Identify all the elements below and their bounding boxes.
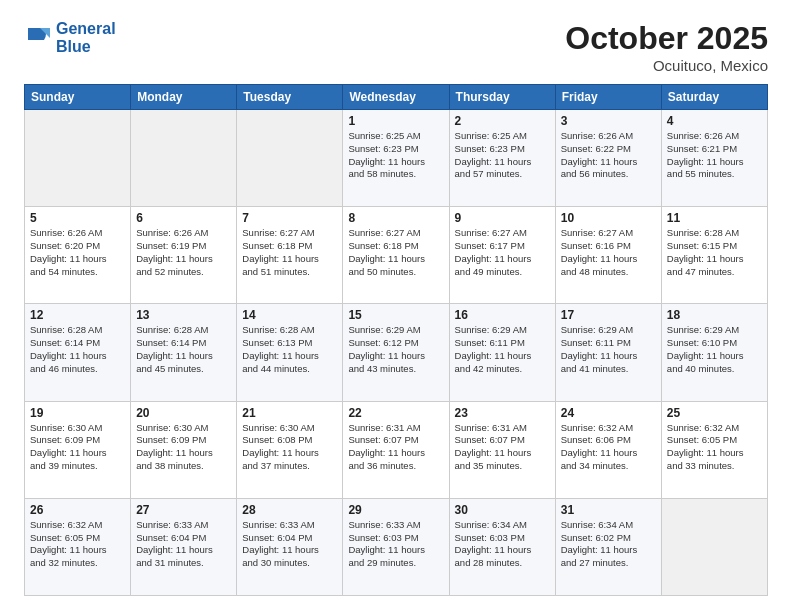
day-info: Sunrise: 6:28 AMSunset: 6:13 PMDaylight:… (242, 324, 337, 375)
day-info: Sunrise: 6:27 AMSunset: 6:18 PMDaylight:… (348, 227, 443, 278)
col-friday: Friday (555, 85, 661, 110)
col-thursday: Thursday (449, 85, 555, 110)
calendar-cell: 21Sunrise: 6:30 AMSunset: 6:08 PMDayligh… (237, 401, 343, 498)
calendar-week-1: 1Sunrise: 6:25 AMSunset: 6:23 PMDaylight… (25, 110, 768, 207)
day-number: 27 (136, 503, 231, 517)
calendar-cell: 10Sunrise: 6:27 AMSunset: 6:16 PMDayligh… (555, 207, 661, 304)
logo: General Blue (24, 20, 116, 57)
day-info: Sunrise: 6:32 AMSunset: 6:06 PMDaylight:… (561, 422, 656, 473)
day-info: Sunrise: 6:32 AMSunset: 6:05 PMDaylight:… (30, 519, 125, 570)
calendar-cell: 15Sunrise: 6:29 AMSunset: 6:12 PMDayligh… (343, 304, 449, 401)
calendar-cell: 4Sunrise: 6:26 AMSunset: 6:21 PMDaylight… (661, 110, 767, 207)
calendar-cell: 5Sunrise: 6:26 AMSunset: 6:20 PMDaylight… (25, 207, 131, 304)
day-number: 26 (30, 503, 125, 517)
calendar-week-5: 26Sunrise: 6:32 AMSunset: 6:05 PMDayligh… (25, 498, 768, 595)
day-info: Sunrise: 6:32 AMSunset: 6:05 PMDaylight:… (667, 422, 762, 473)
day-number: 17 (561, 308, 656, 322)
day-number: 28 (242, 503, 337, 517)
day-info: Sunrise: 6:27 AMSunset: 6:17 PMDaylight:… (455, 227, 550, 278)
calendar-cell: 8Sunrise: 6:27 AMSunset: 6:18 PMDaylight… (343, 207, 449, 304)
col-wednesday: Wednesday (343, 85, 449, 110)
day-info: Sunrise: 6:29 AMSunset: 6:11 PMDaylight:… (455, 324, 550, 375)
calendar-cell (237, 110, 343, 207)
day-info: Sunrise: 6:29 AMSunset: 6:12 PMDaylight:… (348, 324, 443, 375)
day-info: Sunrise: 6:30 AMSunset: 6:09 PMDaylight:… (30, 422, 125, 473)
calendar-cell: 30Sunrise: 6:34 AMSunset: 6:03 PMDayligh… (449, 498, 555, 595)
col-sunday: Sunday (25, 85, 131, 110)
calendar-cell (661, 498, 767, 595)
day-number: 9 (455, 211, 550, 225)
day-number: 11 (667, 211, 762, 225)
calendar-body: 1Sunrise: 6:25 AMSunset: 6:23 PMDaylight… (25, 110, 768, 596)
day-info: Sunrise: 6:29 AMSunset: 6:10 PMDaylight:… (667, 324, 762, 375)
header: General Blue October 2025 Ocuituco, Mexi… (24, 20, 768, 74)
calendar-cell (25, 110, 131, 207)
day-info: Sunrise: 6:28 AMSunset: 6:14 PMDaylight:… (136, 324, 231, 375)
day-info: Sunrise: 6:33 AMSunset: 6:04 PMDaylight:… (242, 519, 337, 570)
day-info: Sunrise: 6:34 AMSunset: 6:03 PMDaylight:… (455, 519, 550, 570)
calendar-cell: 27Sunrise: 6:33 AMSunset: 6:04 PMDayligh… (131, 498, 237, 595)
calendar-cell: 19Sunrise: 6:30 AMSunset: 6:09 PMDayligh… (25, 401, 131, 498)
calendar: Sunday Monday Tuesday Wednesday Thursday… (24, 84, 768, 596)
day-info: Sunrise: 6:26 AMSunset: 6:20 PMDaylight:… (30, 227, 125, 278)
day-number: 8 (348, 211, 443, 225)
day-number: 24 (561, 406, 656, 420)
calendar-header: Sunday Monday Tuesday Wednesday Thursday… (25, 85, 768, 110)
header-row: Sunday Monday Tuesday Wednesday Thursday… (25, 85, 768, 110)
day-number: 15 (348, 308, 443, 322)
col-monday: Monday (131, 85, 237, 110)
day-number: 22 (348, 406, 443, 420)
calendar-cell (131, 110, 237, 207)
page: General Blue October 2025 Ocuituco, Mexi… (0, 0, 792, 612)
calendar-cell: 2Sunrise: 6:25 AMSunset: 6:23 PMDaylight… (449, 110, 555, 207)
calendar-cell: 11Sunrise: 6:28 AMSunset: 6:15 PMDayligh… (661, 207, 767, 304)
calendar-cell: 9Sunrise: 6:27 AMSunset: 6:17 PMDaylight… (449, 207, 555, 304)
calendar-cell: 12Sunrise: 6:28 AMSunset: 6:14 PMDayligh… (25, 304, 131, 401)
calendar-cell: 23Sunrise: 6:31 AMSunset: 6:07 PMDayligh… (449, 401, 555, 498)
calendar-week-3: 12Sunrise: 6:28 AMSunset: 6:14 PMDayligh… (25, 304, 768, 401)
day-number: 29 (348, 503, 443, 517)
day-info: Sunrise: 6:29 AMSunset: 6:11 PMDaylight:… (561, 324, 656, 375)
calendar-cell: 18Sunrise: 6:29 AMSunset: 6:10 PMDayligh… (661, 304, 767, 401)
day-info: Sunrise: 6:33 AMSunset: 6:03 PMDaylight:… (348, 519, 443, 570)
day-info: Sunrise: 6:34 AMSunset: 6:02 PMDaylight:… (561, 519, 656, 570)
day-number: 5 (30, 211, 125, 225)
day-info: Sunrise: 6:31 AMSunset: 6:07 PMDaylight:… (455, 422, 550, 473)
calendar-cell: 25Sunrise: 6:32 AMSunset: 6:05 PMDayligh… (661, 401, 767, 498)
calendar-cell: 14Sunrise: 6:28 AMSunset: 6:13 PMDayligh… (237, 304, 343, 401)
col-saturday: Saturday (661, 85, 767, 110)
day-number: 10 (561, 211, 656, 225)
day-info: Sunrise: 6:26 AMSunset: 6:22 PMDaylight:… (561, 130, 656, 181)
title-block: October 2025 Ocuituco, Mexico (565, 20, 768, 74)
day-number: 30 (455, 503, 550, 517)
day-number: 23 (455, 406, 550, 420)
calendar-cell: 6Sunrise: 6:26 AMSunset: 6:19 PMDaylight… (131, 207, 237, 304)
day-number: 1 (348, 114, 443, 128)
calendar-week-4: 19Sunrise: 6:30 AMSunset: 6:09 PMDayligh… (25, 401, 768, 498)
day-info: Sunrise: 6:26 AMSunset: 6:19 PMDaylight:… (136, 227, 231, 278)
day-number: 12 (30, 308, 125, 322)
calendar-cell: 7Sunrise: 6:27 AMSunset: 6:18 PMDaylight… (237, 207, 343, 304)
day-info: Sunrise: 6:26 AMSunset: 6:21 PMDaylight:… (667, 130, 762, 181)
location: Ocuituco, Mexico (565, 57, 768, 74)
calendar-cell: 31Sunrise: 6:34 AMSunset: 6:02 PMDayligh… (555, 498, 661, 595)
day-number: 20 (136, 406, 231, 420)
day-info: Sunrise: 6:27 AMSunset: 6:16 PMDaylight:… (561, 227, 656, 278)
calendar-cell: 17Sunrise: 6:29 AMSunset: 6:11 PMDayligh… (555, 304, 661, 401)
day-number: 13 (136, 308, 231, 322)
day-info: Sunrise: 6:25 AMSunset: 6:23 PMDaylight:… (348, 130, 443, 181)
month-title: October 2025 (565, 20, 768, 57)
day-info: Sunrise: 6:30 AMSunset: 6:09 PMDaylight:… (136, 422, 231, 473)
day-number: 3 (561, 114, 656, 128)
logo-icon (24, 24, 52, 52)
day-number: 19 (30, 406, 125, 420)
calendar-cell: 1Sunrise: 6:25 AMSunset: 6:23 PMDaylight… (343, 110, 449, 207)
day-number: 14 (242, 308, 337, 322)
calendar-cell: 22Sunrise: 6:31 AMSunset: 6:07 PMDayligh… (343, 401, 449, 498)
day-number: 7 (242, 211, 337, 225)
day-number: 31 (561, 503, 656, 517)
day-number: 18 (667, 308, 762, 322)
col-tuesday: Tuesday (237, 85, 343, 110)
day-info: Sunrise: 6:28 AMSunset: 6:15 PMDaylight:… (667, 227, 762, 278)
calendar-cell: 13Sunrise: 6:28 AMSunset: 6:14 PMDayligh… (131, 304, 237, 401)
